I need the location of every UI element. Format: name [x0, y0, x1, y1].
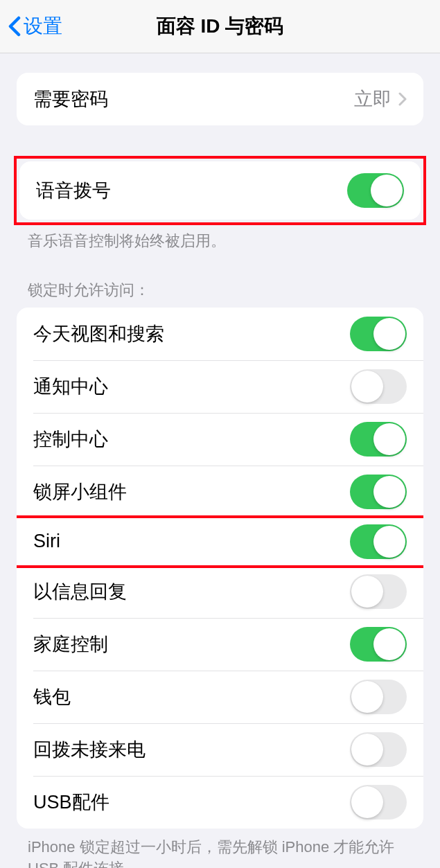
voice-dial-row: 语音拨号 [19, 161, 421, 220]
reply-label: 以信息回复 [33, 579, 127, 604]
voice-dial-group: 语音拨号 [19, 161, 421, 220]
today-toggle[interactable] [350, 317, 407, 351]
widgets-toggle[interactable] [350, 475, 407, 509]
widgets-label: 锁屏小组件 [33, 479, 127, 504]
voice-dial-footer: 音乐语音控制将始终被启用。 [0, 222, 440, 252]
voice-dial-label: 语音拨号 [36, 178, 111, 203]
nav-bar: 设置 面容 ID 与密码 [0, 0, 440, 53]
today-label: 今天视图和搜索 [33, 321, 164, 346]
notification-row: 通知中心 [17, 360, 423, 413]
home-row: 家庭控制 [17, 618, 423, 671]
callback-label: 回拨未接来电 [33, 737, 146, 762]
control-label: 控制中心 [33, 427, 108, 452]
callback-row: 回拨未接来电 [17, 723, 423, 776]
notification-toggle[interactable] [350, 369, 407, 404]
usb-label: USB配件 [33, 790, 109, 815]
usb-footer: iPhone 锁定超过一小时后，需先解锁 iPhone 才能允许 USB 配件连… [0, 829, 440, 868]
reply-toggle[interactable] [350, 574, 407, 609]
wallet-label: 钱包 [33, 684, 71, 709]
chevron-left-icon [8, 16, 21, 37]
siri-row: Siri [17, 518, 423, 565]
widgets-row: 锁屏小组件 [17, 466, 423, 518]
voice-dial-highlight: 语音拨号 [14, 156, 426, 225]
home-toggle[interactable] [350, 627, 407, 662]
control-toggle[interactable] [350, 422, 407, 457]
back-button[interactable]: 设置 [0, 13, 62, 39]
chevron-right-icon [398, 92, 407, 106]
allow-access-group: 今天视图和搜索 通知中心 控制中心 锁屏小组件 Siri 以信息回复 家庭控制 [17, 308, 423, 829]
require-passcode-group: 需要密码 立即 [17, 73, 423, 125]
siri-toggle[interactable] [350, 524, 407, 559]
control-row: 控制中心 [17, 413, 423, 466]
reply-row: 以信息回复 [17, 565, 423, 618]
voice-dial-toggle[interactable] [347, 173, 404, 208]
back-label: 设置 [24, 13, 62, 39]
page-title: 面容 ID 与密码 [0, 13, 440, 39]
wallet-row: 钱包 [17, 671, 423, 723]
allow-access-header: 锁定时允许访问： [0, 280, 440, 308]
require-passcode-row[interactable]: 需要密码 立即 [17, 73, 423, 125]
require-passcode-value: 立即 [354, 87, 391, 112]
usb-row: USB配件 [17, 776, 423, 829]
usb-toggle[interactable] [350, 785, 407, 820]
require-passcode-label: 需要密码 [33, 87, 108, 112]
today-row: 今天视图和搜索 [17, 308, 423, 360]
callback-toggle[interactable] [350, 732, 407, 767]
siri-highlight: Siri [17, 515, 423, 568]
siri-label: Siri [33, 531, 60, 552]
wallet-toggle[interactable] [350, 680, 407, 714]
notification-label: 通知中心 [33, 374, 108, 399]
home-label: 家庭控制 [33, 632, 108, 657]
